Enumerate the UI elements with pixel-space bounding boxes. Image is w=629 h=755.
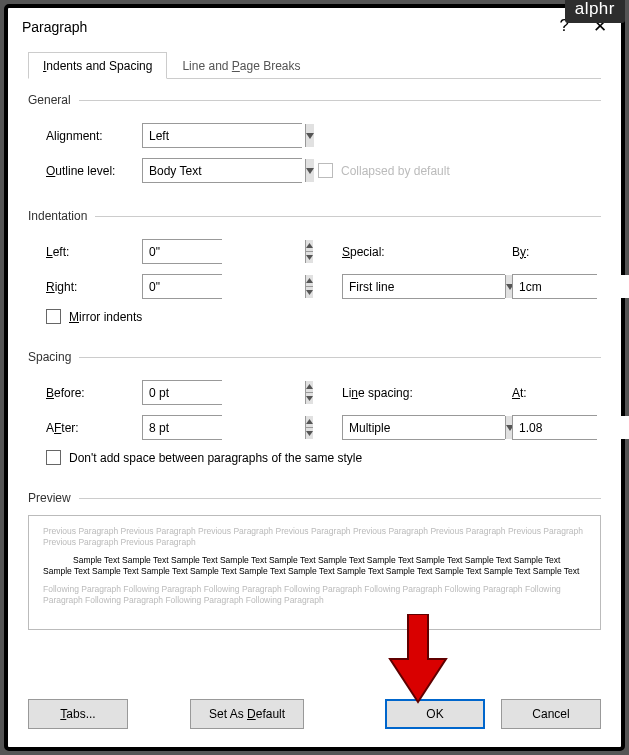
collapsed-checkbox: Collapsed by default [318,163,450,178]
chevron-up-icon[interactable] [306,416,313,427]
line-spacing-label: Line spacing: [342,386,512,400]
chevron-down-icon[interactable] [306,251,313,263]
annotation-arrow-icon [388,614,448,707]
chevron-up-icon[interactable] [306,240,313,251]
chevron-up-icon[interactable] [306,381,313,392]
chevron-down-icon[interactable] [305,124,314,147]
by-spinner[interactable] [512,274,597,299]
special-combo[interactable] [342,274,505,299]
after-spinner[interactable] [142,415,222,440]
alignment-label: Alignment: [46,129,142,143]
line-spacing-combo[interactable] [342,415,505,440]
right-indent-spinner[interactable] [142,274,222,299]
left-indent-spinner[interactable] [142,239,222,264]
tab-indents-spacing[interactable]: Indents and Spacing [28,52,167,79]
alignment-value[interactable] [143,124,305,147]
special-label: Special: [342,245,512,259]
general-legend: General [28,93,79,107]
tab-strip: Indents and Spacing Line and Page Breaks [28,51,601,79]
outline-level-value[interactable] [143,159,305,182]
tabs-button[interactable]: Tabs... [28,699,128,729]
set-as-default-button[interactable]: Set As Default [190,699,304,729]
cancel-button[interactable]: Cancel [501,699,601,729]
spacing-legend: Spacing [28,350,79,364]
chevron-up-icon[interactable] [306,275,313,286]
before-spinner[interactable] [142,380,222,405]
chevron-down-icon[interactable] [306,286,313,298]
chevron-down-icon[interactable] [305,159,314,182]
mirror-indents-checkbox[interactable]: Mirror indents [46,309,142,324]
titlebar: Paragraph ? ✕ [8,8,621,47]
chevron-down-icon[interactable] [306,427,313,439]
tab-line-page-breaks[interactable]: Line and Page Breaks [167,52,315,79]
indentation-legend: Indentation [28,209,95,223]
at-label: At: [512,386,592,400]
alignment-combo[interactable] [142,123,302,148]
preview-legend: Preview [28,491,79,505]
outline-level-combo[interactable] [142,158,302,183]
dialog-title: Paragraph [22,19,87,35]
before-label: Before: [46,386,142,400]
no-add-space-checkbox[interactable]: Don't add space between paragraphs of th… [46,450,362,465]
at-spinner[interactable] [512,415,597,440]
preview-box: Previous Paragraph Previous Paragraph Pr… [28,515,601,630]
left-indent-label: Left: [46,245,142,259]
alphr-watermark: alphr [565,0,625,23]
outline-level-label: Outline level: [46,164,142,178]
right-indent-label: Right: [46,280,142,294]
chevron-down-icon[interactable] [306,392,313,404]
after-label: AFter: [46,421,142,435]
by-label: By: [512,245,592,259]
